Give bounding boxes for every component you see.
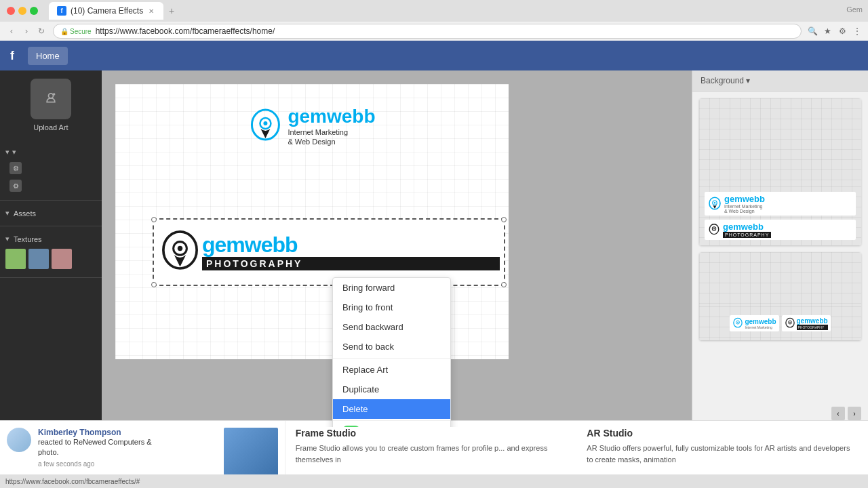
menu-divider-1: [333, 358, 450, 359]
shrink-width-toggle-item: Shrink with width: [333, 422, 450, 427]
feed-body-1: reacted to ReNewed Computers & photo.: [38, 437, 217, 458]
preview-tagline-1: Internet Marketing& Web Design: [724, 204, 765, 214]
selected-logo-icon: [158, 225, 202, 279]
sidebar-section-1: ▾ ▾ ⚙ ⚙: [0, 140, 102, 201]
search-icon[interactable]: 🔍: [807, 26, 818, 37]
tab-close-button[interactable]: ✕: [147, 7, 155, 15]
close-button[interactable]: [7, 7, 15, 15]
page-nav-icons: ‹ ›: [831, 407, 861, 420]
menu-icon[interactable]: ⋮: [852, 26, 863, 37]
home-tab[interactable]: Home: [28, 47, 68, 65]
delete-item[interactable]: Delete: [333, 399, 450, 419]
sidebar-item-1[interactable]: ⚙: [5, 159, 96, 177]
textures-header: ▾ Textures: [5, 232, 96, 246]
logo-text-top: gemwebb Internet Marketing & Web Design: [288, 106, 375, 146]
texture-item-1[interactable]: [5, 249, 26, 269]
feed-text-1: Kimberley Thompson reacted to ReNewed Co…: [38, 428, 217, 468]
svg-point-16: [737, 322, 738, 323]
bookmark-icon[interactable]: ★: [822, 26, 833, 37]
tab-title: (10) Camera Effects: [71, 6, 143, 16]
card-body-3: AR Studio offers powerful, fully customi…: [587, 443, 858, 465]
bring-forward-item[interactable]: Bring forward: [333, 278, 450, 298]
handle-bottom-right[interactable]: [501, 282, 507, 287]
editor-area: Upload Art ▾ ▾ ⚙ ⚙ ▾: [0, 70, 868, 427]
preview-sm-logo1: gemwebb Internet Marketing: [730, 315, 778, 331]
shrink-width-toggle[interactable]: [342, 426, 360, 427]
shrink-width-label: Shrink with width: [367, 426, 428, 427]
texture-item-2[interactable]: [28, 249, 49, 269]
right-panel-header: Background ▾: [692, 70, 868, 92]
send-backward-item[interactable]: Send backward: [333, 317, 450, 337]
gemwebb-selected-name: gemwebb: [202, 234, 500, 256]
gemwebb-name-top: gemwebb: [288, 106, 375, 127]
left-sidebar: Upload Art ▾ ▾ ⚙ ⚙ ▾: [0, 70, 102, 427]
menu-divider-2: [333, 420, 450, 421]
preview-wide-top: [699, 252, 861, 306]
logo-icon-top: [248, 104, 282, 148]
handle-top-right[interactable]: [501, 217, 507, 222]
reload-button[interactable]: ↻: [35, 25, 47, 37]
svg-point-7: [178, 246, 182, 251]
maximize-button[interactable]: [30, 7, 38, 15]
facebook-favicon: f: [57, 6, 66, 16]
expand-icon-1: ▾: [5, 148, 9, 157]
next-page-icon[interactable]: ›: [848, 407, 861, 420]
upload-art-label: Upload Art: [33, 123, 68, 131]
svg-point-10: [714, 202, 715, 203]
fb-nav-tabs: Home: [28, 47, 68, 65]
url-text: https://www.facebook.com/fbcameraeffects…: [96, 26, 275, 36]
preview-logo-icon-1: [708, 195, 722, 213]
tagline-top: Internet Marketing & Web Design: [288, 127, 375, 147]
address-input[interactable]: 🔒 Secure https://www.facebook.com/fbcame…: [53, 24, 802, 39]
back-nav-button[interactable]: ‹: [5, 25, 18, 37]
selected-element-border: gemwebb PHOTOGRAPHY: [153, 218, 505, 286]
svg-point-4: [263, 121, 267, 125]
browser-tab[interactable]: f (10) Camera Effects ✕: [49, 2, 163, 20]
preview-wide-icon-2: [785, 317, 795, 330]
status-bar: https://www.facebook.com/fbcameraeffects…: [0, 474, 868, 488]
preview-photography-2: PHOTOGRAPHY: [723, 232, 771, 238]
send-to-back-item[interactable]: Send to back: [333, 337, 450, 357]
preview-wide-icon-1: [732, 317, 743, 330]
sidebar-item-2[interactable]: ⚙: [5, 177, 96, 195]
minimize-button[interactable]: [18, 7, 26, 15]
toolbar-icons: 🔍 ★ ⚙ ⋮: [807, 26, 863, 37]
secure-badge: 🔒 Secure: [60, 28, 92, 35]
card-title-2: Frame Studio: [296, 428, 567, 439]
right-panel: Background ▾ gemwebb: [692, 70, 868, 427]
photography-bar: PHOTOGRAPHY: [202, 257, 500, 270]
context-menu: Bring forward Bring to front Send backwa…: [332, 277, 451, 427]
feed-time-1: a few seconds ago: [38, 460, 217, 468]
sidebar-icon-1: ⚙: [9, 162, 22, 174]
preview-logo-sm-1: gemwebb Internet Marketing& Web Design: [705, 192, 856, 216]
card-title-3: AR Studio: [587, 428, 858, 439]
upload-art-button[interactable]: [31, 79, 71, 119]
preview-logo-text-2: gemwebb PHOTOGRAPHY: [723, 222, 771, 238]
texture-item-3[interactable]: [52, 249, 72, 269]
svg-point-1: [53, 93, 56, 96]
sidebar-header-1: ▾ ▾: [5, 145, 96, 159]
replace-art-item[interactable]: Replace Art: [333, 360, 450, 380]
new-tab-button[interactable]: +: [167, 7, 176, 15]
nav-buttons: ‹ › ↻: [5, 25, 47, 37]
status-url: https://www.facebook.com/fbcameraeffects…: [5, 478, 140, 485]
feed-photo-1: [224, 428, 278, 482]
tab-bar: f (10) Camera Effects ✕ +: [49, 2, 176, 20]
background-button[interactable]: Background ▾: [701, 76, 750, 85]
preview-card-top-1: [699, 98, 861, 186]
canvas-area[interactable]: gemwebb Internet Marketing & Web Design: [102, 70, 692, 427]
duplicate-item[interactable]: Duplicate: [333, 380, 450, 399]
handle-top-left[interactable]: [151, 217, 157, 222]
traffic-lights: [7, 7, 38, 15]
svg-point-0: [49, 94, 54, 98]
corner-label: Gem: [846, 5, 863, 14]
svg-point-19: [789, 322, 791, 323]
preview-wide-text-1: gemwebb Internet Marketing: [745, 318, 776, 329]
selected-logo-text: gemwebb PHOTOGRAPHY: [202, 234, 500, 270]
settings-icon[interactable]: ⚙: [837, 26, 848, 37]
bring-to-front-item[interactable]: Bring to front: [333, 298, 450, 317]
prev-page-icon[interactable]: ‹: [831, 407, 845, 420]
handle-bottom-left[interactable]: [151, 282, 157, 287]
forward-nav-button[interactable]: ›: [20, 25, 33, 37]
preview-wide-bottom: gemwebb Internet Marketing gemwebb PHOT: [699, 306, 861, 340]
